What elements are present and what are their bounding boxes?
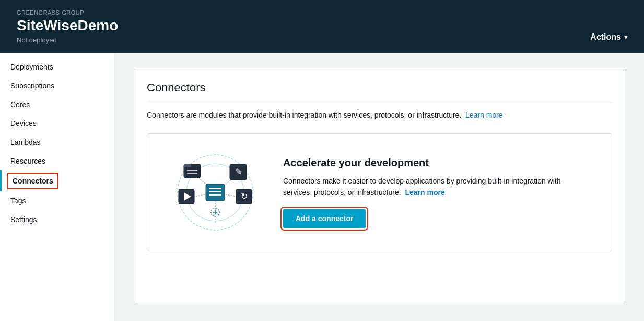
- learn-more-header-link[interactable]: Learn more: [465, 111, 503, 119]
- sidebar-item-devices[interactable]: Devices: [0, 114, 114, 133]
- empty-state-card: ✎ ↻ Accelerate your development Connecto…: [147, 133, 612, 251]
- sidebar-item-cores[interactable]: Cores: [0, 95, 114, 114]
- empty-state-heading: Accelerate your development: [283, 157, 591, 169]
- header: GREENGRASS GROUP SiteWiseDemo Not deploy…: [0, 0, 644, 53]
- add-connector-button[interactable]: Add a connector: [283, 209, 366, 228]
- content-panel: Connectors Connectors are modules that p…: [134, 68, 625, 303]
- deployment-status: Not deployed: [17, 36, 118, 44]
- chevron-down-icon: ▾: [624, 33, 627, 41]
- sidebar-item-connectors[interactable]: Connectors: [0, 170, 114, 191]
- divider: [147, 101, 612, 101]
- content-area: Connectors Connectors are modules that p…: [115, 53, 644, 321]
- svg-text:✎: ✎: [235, 167, 242, 176]
- main-layout: Deployments Subscriptions Cores Devices …: [0, 53, 644, 321]
- svg-text:↻: ↻: [241, 192, 248, 201]
- actions-button[interactable]: Actions ▾: [590, 32, 627, 44]
- page-description: Connectors are modules that provide buil…: [147, 110, 612, 121]
- sidebar-item-subscriptions[interactable]: Subscriptions: [0, 76, 114, 95]
- sidebar-item-deployments[interactable]: Deployments: [0, 58, 114, 76]
- svg-rect-15: [184, 164, 191, 167]
- sidebar-item-tags[interactable]: Tags: [0, 191, 114, 210]
- group-label: GREENGRASS GROUP: [17, 9, 118, 16]
- sidebar-item-settings[interactable]: Settings: [0, 210, 114, 229]
- sidebar-item-lambdas[interactable]: Lambdas: [0, 133, 114, 152]
- connectors-illustration: ✎ ↻: [168, 151, 262, 234]
- header-left: GREENGRASS GROUP SiteWiseDemo Not deploy…: [17, 9, 118, 44]
- active-indicator: [0, 170, 2, 191]
- actions-label: Actions: [590, 32, 621, 42]
- empty-state-description: Connectors make it easier to develop app…: [283, 175, 591, 199]
- page-title: SiteWiseDemo: [17, 18, 118, 34]
- learn-more-link[interactable]: Learn more: [405, 188, 444, 197]
- connectors-page-title: Connectors: [147, 81, 612, 95]
- sidebar: Deployments Subscriptions Cores Devices …: [0, 53, 115, 321]
- empty-state-content: Accelerate your development Connectors m…: [283, 157, 591, 228]
- sidebar-item-resources[interactable]: Resources: [0, 152, 114, 170]
